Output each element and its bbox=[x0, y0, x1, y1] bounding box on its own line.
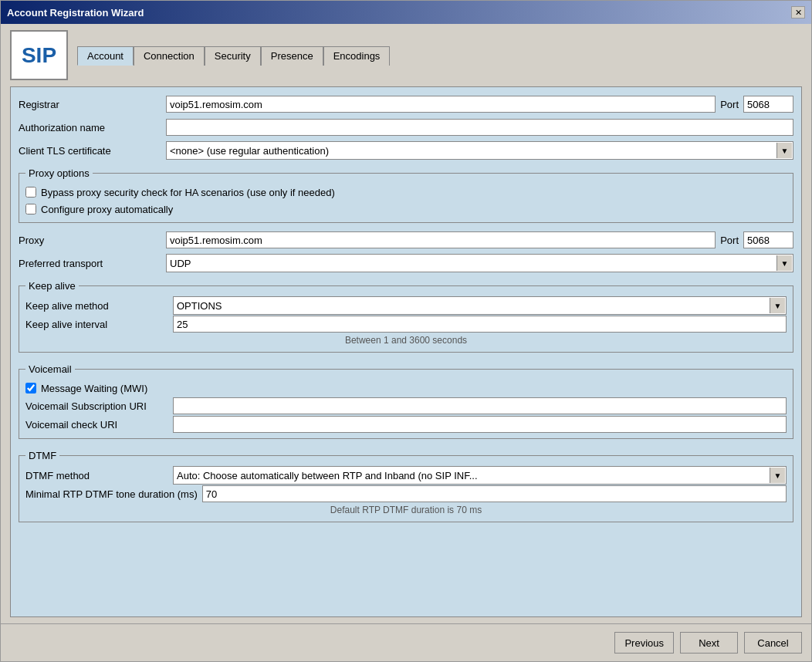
dtmf-method-label: DTMF method bbox=[25, 470, 168, 481]
content-area: SIP Account Connection Security Presence… bbox=[1, 24, 811, 623]
previous-button[interactable]: Previous bbox=[614, 632, 674, 654]
proxy-options-legend: Proxy options bbox=[25, 167, 93, 179]
bypass-proxy-checkbox[interactable] bbox=[25, 187, 36, 198]
voicemail-fieldset: Voicemail Message Waiting (MWI) Voicemai… bbox=[19, 363, 793, 439]
dtmf-min-duration-row: Minimal RTP DTMF tone duration (ms) bbox=[25, 485, 787, 503]
keep-alive-legend: Keep alive bbox=[25, 280, 79, 292]
configure-proxy-checkbox[interactable] bbox=[25, 204, 36, 214]
bypass-proxy-label: Bypass proxy security check for HA scena… bbox=[41, 187, 335, 198]
auth-name-label: Authorization name bbox=[19, 122, 161, 133]
dtmf-method-select-wrapper: Auto: Choose automatically between RTP a… bbox=[173, 466, 787, 485]
registrar-row: Registrar Port bbox=[19, 95, 793, 113]
preferred-transport-label: Preferred transport bbox=[19, 258, 161, 269]
voicemail-legend: Voicemail bbox=[25, 363, 75, 375]
preferred-transport-row: Preferred transport UDP ▼ bbox=[19, 254, 793, 272]
proxy-options-fieldset: Proxy options Bypass proxy security chec… bbox=[19, 167, 793, 223]
main-panel: Registrar Port Authorization name Client… bbox=[10, 86, 802, 617]
registrar-port-input[interactable] bbox=[743, 96, 793, 113]
mwi-row: Message Waiting (MWI) bbox=[25, 380, 787, 397]
client-tls-select-wrapper: <none> (use regular authentication) ▼ bbox=[166, 141, 793, 160]
cancel-button[interactable]: Cancel bbox=[744, 632, 802, 654]
registrar-port-label: Port bbox=[720, 99, 739, 110]
tab-security[interactable]: Security bbox=[205, 46, 261, 66]
tab-connection[interactable]: Connection bbox=[134, 46, 205, 66]
tab-account[interactable]: Account bbox=[77, 46, 134, 66]
preferred-transport-select-wrapper: UDP ▼ bbox=[166, 254, 793, 272]
keep-alive-hint: Between 1 and 3600 seconds bbox=[25, 333, 787, 347]
voicemail-check-uri-label: Voicemail check URI bbox=[25, 419, 168, 431]
client-tls-select[interactable]: <none> (use regular authentication) bbox=[166, 141, 793, 160]
voicemail-sub-uri-input[interactable] bbox=[173, 397, 787, 414]
bottom-bar: Previous Next Cancel bbox=[1, 623, 811, 661]
proxy-label: Proxy bbox=[19, 235, 161, 246]
voicemail-check-uri-input[interactable] bbox=[173, 416, 787, 433]
dtmf-min-duration-input[interactable] bbox=[202, 485, 787, 502]
preferred-transport-select[interactable]: UDP bbox=[166, 254, 793, 272]
auth-name-input[interactable] bbox=[166, 119, 793, 136]
keep-alive-interval-input[interactable] bbox=[173, 316, 787, 333]
top-row: SIP Account Connection Security Presence… bbox=[10, 30, 802, 80]
sip-logo: SIP bbox=[10, 30, 68, 80]
registrar-label: Registrar bbox=[19, 99, 161, 110]
voicemail-sub-uri-row: Voicemail Subscription URI bbox=[25, 397, 787, 415]
voicemail-sub-uri-label: Voicemail Subscription URI bbox=[25, 400, 168, 412]
keep-alive-method-select[interactable]: OPTIONS bbox=[173, 296, 787, 315]
dtmf-min-duration-label: Minimal RTP DTMF tone duration (ms) bbox=[25, 488, 198, 500]
keep-alive-interval-label: Keep alive interval bbox=[25, 319, 168, 330]
dtmf-hint: Default RTP DTMF duration is 70 ms bbox=[25, 503, 787, 517]
configure-proxy-row: Configure proxy automatically bbox=[25, 201, 787, 218]
proxy-port-label: Port bbox=[720, 235, 739, 246]
title-bar: Account Registration Wizard ✕ bbox=[1, 1, 811, 24]
mwi-label: Message Waiting (MWI) bbox=[41, 383, 147, 394]
dtmf-legend: DTMF bbox=[25, 450, 59, 461]
main-window: Account Registration Wizard ✕ SIP Accoun… bbox=[0, 0, 812, 662]
dtmf-method-select[interactable]: Auto: Choose automatically between RTP a… bbox=[173, 466, 787, 485]
client-tls-label: Client TLS certificate bbox=[19, 145, 161, 157]
window-title: Account Registration Wizard bbox=[7, 7, 144, 19]
proxy-port-input[interactable] bbox=[743, 231, 793, 248]
auth-name-row: Authorization name bbox=[19, 118, 793, 137]
proxy-row: Proxy Port bbox=[19, 231, 793, 249]
proxy-input[interactable] bbox=[166, 231, 716, 248]
dtmf-fieldset: DTMF DTMF method Auto: Choose automatica… bbox=[19, 450, 793, 522]
tab-encodings[interactable]: Encodings bbox=[323, 46, 391, 66]
dtmf-method-row: DTMF method Auto: Choose automatically b… bbox=[25, 466, 787, 485]
keep-alive-method-row: Keep alive method OPTIONS ▼ bbox=[25, 296, 787, 315]
tabs-container: Account Connection Security Presence Enc… bbox=[77, 46, 390, 65]
voicemail-check-uri-row: Voicemail check URI bbox=[25, 415, 787, 434]
configure-proxy-label: Configure proxy automatically bbox=[41, 204, 173, 215]
keep-alive-fieldset: Keep alive Keep alive method OPTIONS ▼ K… bbox=[19, 280, 793, 353]
next-button[interactable]: Next bbox=[680, 632, 738, 654]
bypass-proxy-row: Bypass proxy security check for HA scena… bbox=[25, 184, 787, 201]
mwi-checkbox[interactable] bbox=[25, 383, 36, 393]
keep-alive-method-label: Keep alive method bbox=[25, 300, 168, 312]
client-tls-row: Client TLS certificate <none> (use regul… bbox=[19, 141, 793, 160]
tab-presence[interactable]: Presence bbox=[261, 46, 323, 66]
registrar-input[interactable] bbox=[166, 96, 716, 113]
keep-alive-interval-row: Keep alive interval bbox=[25, 315, 787, 333]
close-button[interactable]: ✕ bbox=[791, 6, 805, 19]
keep-alive-method-select-wrapper: OPTIONS ▼ bbox=[173, 296, 787, 315]
